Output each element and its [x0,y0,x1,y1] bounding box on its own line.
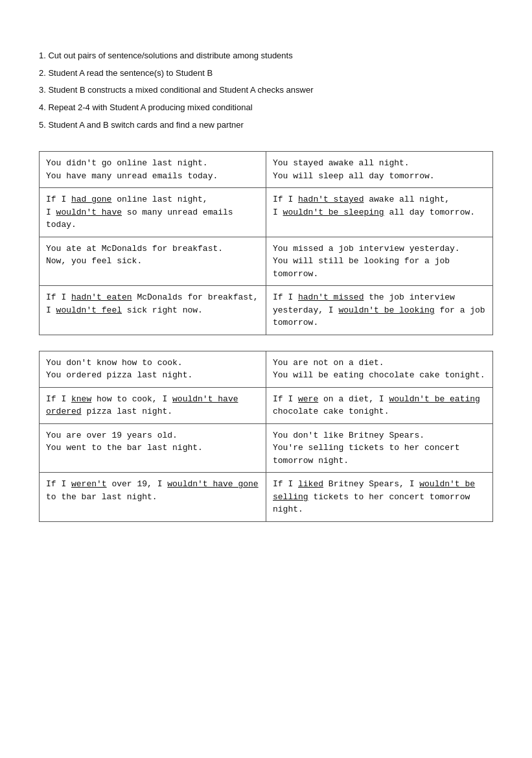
cell-right: You are not on a diet. You will be eatin… [266,351,493,387]
table-row: If I had gone online last night,I wouldn… [40,188,493,237]
cell-left: You don't know how to cook. You ordered … [40,351,266,387]
cell-left: You are over 19 years old. You went to t… [40,423,266,473]
card-section-1: You didn't go online last night. You hav… [39,151,493,335]
instruction-step: 2. Student A read the sentence(s) to Stu… [39,65,493,82]
table-row: If I knew how to cook, I wouldn't have o… [40,387,493,423]
cell-left: If I knew how to cook, I wouldn't have o… [40,387,266,423]
cell-left: If I weren't over 19, I wouldn't have go… [40,473,266,522]
cell-right: If I hadn't stayed awake all night,I wou… [266,188,493,237]
table-row: You didn't go online last night. You hav… [40,152,493,188]
cell-right: If I liked Britney Spears, I wouldn't be… [266,473,493,522]
instructions-list: 1. Cut out pairs of sentence/solutions a… [39,48,493,133]
cell-left: If I hadn't eaten McDonalds for breakfas… [40,286,266,335]
table-row: You don't know how to cook. You ordered … [40,351,493,387]
table-row: If I weren't over 19, I wouldn't have go… [40,473,493,522]
instruction-step: 3. Student B constructs a mixed conditio… [39,82,493,99]
instruction-step: 4. Repeat 2-4 with Student A producing m… [39,100,493,116]
cell-right: You don't like Britney Spears. You're se… [266,423,493,473]
instruction-step: 1. Cut out pairs of sentence/solutions a… [39,48,493,64]
cell-left: You ate at McDonalds for breakfast. Now,… [40,237,266,286]
cell-right: If I were on a diet, I wouldn't be eatin… [266,387,493,423]
cell-right: If I hadn't missed the job interview yes… [266,286,493,335]
table-row: You ate at McDonalds for breakfast. Now,… [40,237,493,286]
card-section-2: You don't know how to cook. You ordered … [39,351,493,522]
cell-left: If I had gone online last night,I wouldn… [40,188,266,237]
table-row: You are over 19 years old. You went to t… [40,423,493,473]
cell-right: You missed a job interview yesterday. Yo… [266,237,493,286]
cell-left: You didn't go online last night. You hav… [40,152,266,188]
cell-right: You stayed awake all night. You will sle… [266,152,493,188]
table-row: If I hadn't eaten McDonalds for breakfas… [40,286,493,335]
card-table-1: You didn't go online last night. You hav… [39,151,493,335]
instruction-step: 5. Student A and B switch cards and find… [39,117,493,134]
card-table-2: You don't know how to cook. You ordered … [39,351,493,522]
